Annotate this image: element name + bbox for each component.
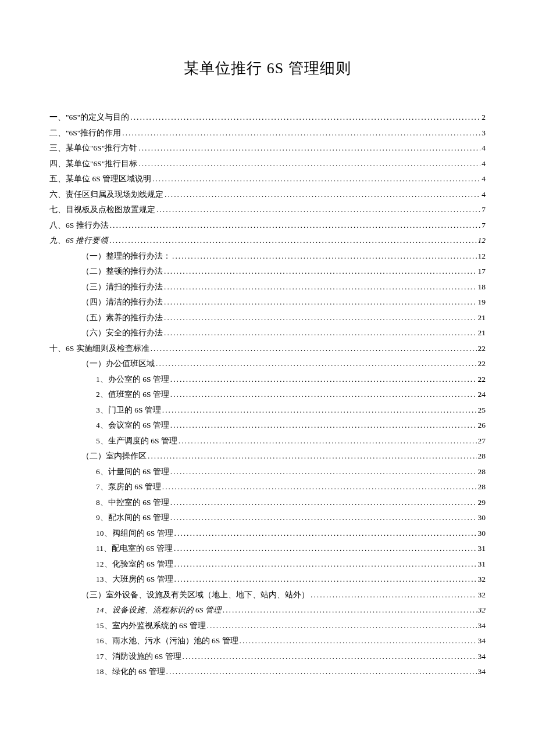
toc-entry-page: 29 [478, 499, 486, 507]
toc-entry-page: 34 [478, 668, 486, 676]
toc-leader-dots [311, 591, 477, 599]
toc-entry-page: 28 [478, 483, 486, 491]
toc-entry-label: 1、办公室的 6S 管理 [96, 375, 169, 384]
toc-entry[interactable]: 4、会议室的 6S 管理26 [49, 421, 486, 429]
toc-entry-page: 32 [478, 591, 486, 599]
toc-entry-page: 22 [478, 375, 486, 384]
toc-entry-label: 6、计量间的 6S 管理 [96, 468, 169, 476]
toc-entry[interactable]: （五）素养的推行办法21 [49, 314, 486, 322]
toc-entry[interactable]: 8、中控室的 6S 管理29 [49, 499, 486, 507]
toc-entry-label: （二）室内操作区 [81, 452, 147, 460]
toc-leader-dots [130, 113, 480, 121]
toc-leader-dots [156, 360, 477, 368]
toc-leader-dots [240, 637, 477, 645]
toc-leader-dots [170, 421, 477, 429]
toc-entry-page: 32 [478, 606, 486, 614]
toc-entry-label: 7、泵房的 6S 管理 [96, 483, 161, 491]
toc-entry[interactable]: （三）室外设备、设施及有关区域（地上、地下、站内、站外）32 [49, 591, 486, 599]
toc-entry-page: 12 [478, 237, 486, 245]
toc-leader-dots [138, 160, 480, 168]
toc-entry-page: 22 [478, 345, 486, 353]
toc-entry[interactable]: 17、消防设施的 6S 管理34 [49, 653, 486, 661]
toc-entry[interactable]: （一）整理的推行办法：12 [49, 252, 486, 260]
toc-entry[interactable]: 16、雨水池、污水（污油）池的 6S 管理34 [49, 637, 486, 645]
toc-entry-label: 二、"6S"推行的作用 [49, 129, 121, 137]
toc-entry[interactable]: 二、"6S"推行的作用3 [49, 129, 486, 137]
toc-leader-dots [164, 283, 477, 291]
toc-entry[interactable]: 11、配电室的 6S 管理31 [49, 544, 486, 553]
toc-entry-label: 5、生产调度的 6S 管理 [96, 437, 177, 445]
toc-entry-label: 一、"6S"的定义与目的 [49, 113, 129, 121]
toc-leader-dots [170, 499, 477, 507]
toc-entry[interactable]: 13、大班房的 6S 管理32 [49, 575, 486, 583]
toc-entry-label: 15、室内外监视系统的 6S 管理 [96, 622, 206, 630]
toc-entry[interactable]: 5、生产调度的 6S 管理27 [49, 437, 486, 445]
toc-leader-dots [172, 252, 477, 260]
toc-entry-label: （一）办公值班区域 [81, 360, 155, 368]
toc-entry-label: 八、6S 推行办法 [49, 221, 109, 230]
toc-leader-dots [174, 529, 477, 538]
toc-entry-label: 9、配水间的 6S 管理 [96, 514, 169, 522]
toc-entry-label: 七、目视板及点检图放置规定 [49, 206, 155, 214]
toc-entry-label: 11、配电室的 6S 管理 [96, 544, 173, 553]
toc-entry-label: 17、消防设施的 6S 管理 [96, 653, 181, 661]
toc-entry-label: 16、雨水池、污水（污油）池的 6S 管理 [96, 637, 238, 645]
toc-entry[interactable]: 10、阀组间的 6S 管理30 [49, 529, 486, 538]
toc-entry-label: （五）素养的推行办法 [81, 314, 163, 322]
toc-entry[interactable]: 12、化验室的 6S 管理31 [49, 560, 486, 568]
toc-leader-dots [164, 298, 477, 306]
toc-entry-page: 4 [482, 144, 486, 152]
toc-entry-label: 14、设备设施、流程标识的 6S 管理 [96, 606, 222, 614]
toc-leader-dots [223, 606, 477, 614]
toc-entry-page: 4 [482, 175, 486, 183]
toc-entry[interactable]: 三、某单位"6S"推行方针4 [49, 144, 486, 152]
toc-entry[interactable]: 一、"6S"的定义与目的2 [49, 113, 486, 121]
toc-leader-dots [183, 653, 477, 661]
toc-entry[interactable]: 七、目视板及点检图放置规定7 [49, 206, 486, 214]
toc-entry-label: 九、6S 推行要领 [49, 237, 108, 245]
toc-entry[interactable]: 九、6S 推行要领12 [49, 237, 486, 245]
toc-entry-page: 26 [478, 421, 486, 429]
toc-entry[interactable]: （六）安全的推行办法21 [49, 329, 486, 337]
toc-entry[interactable]: （二）整顿的推行办法17 [49, 267, 486, 275]
toc-entry-page: 27 [478, 437, 486, 445]
toc-entry-page: 34 [478, 653, 486, 661]
toc-entry[interactable]: （四）清洁的推行办法19 [49, 298, 486, 306]
toc-entry[interactable]: 六、责任区归属及现场划线规定4 [49, 191, 486, 199]
toc-leader-dots [170, 468, 477, 476]
toc-entry[interactable]: 15、室内外监视系统的 6S 管理34 [49, 622, 486, 630]
toc-entry[interactable]: 3、门卫的 6S 管理25 [49, 406, 486, 414]
toc-entry[interactable]: （三）清扫的推行办法18 [49, 283, 486, 291]
toc-leader-dots [179, 437, 477, 445]
toc-entry-page: 24 [478, 390, 486, 399]
toc-entry-label: 2、值班室的 6S 管理 [96, 390, 169, 399]
toc-entry-label: 10、阀组间的 6S 管理 [96, 529, 173, 538]
toc-entry[interactable]: 四、某单位"6S"推行目标4 [49, 160, 486, 168]
toc-entry[interactable]: 2、值班室的 6S 管理24 [49, 390, 486, 399]
toc-entry-label: 4、会议室的 6S 管理 [96, 421, 169, 429]
toc-leader-dots [162, 406, 477, 414]
toc-entry[interactable]: （二）室内操作区28 [49, 452, 486, 460]
toc-entry-label: （三）清扫的推行办法 [81, 283, 163, 291]
toc-entry-label: 三、某单位"6S"推行方针 [49, 144, 137, 152]
toc-entry[interactable]: 1、办公室的 6S 管理22 [49, 375, 486, 384]
toc-entry-page: 32 [478, 575, 486, 583]
toc-entry-page: 28 [478, 452, 486, 460]
toc-entry-label: 十、6S 实施细则及检查标准 [49, 345, 149, 353]
toc-entry-page: 34 [478, 637, 486, 645]
toc-entry-page: 31 [478, 560, 486, 568]
toc-entry[interactable]: 7、泵房的 6S 管理28 [49, 483, 486, 491]
toc-leader-dots [166, 668, 477, 676]
toc-entry[interactable]: 五、某单位 6S 管理区域说明4 [49, 175, 486, 183]
toc-entry[interactable]: 十、6S 实施细则及检查标准22 [49, 345, 486, 353]
toc-entry-label: 六、责任区归属及现场划线规定 [49, 191, 163, 199]
toc-entry[interactable]: 9、配水间的 6S 管理30 [49, 514, 486, 522]
toc-entry-page: 21 [478, 314, 486, 322]
toc-entry[interactable]: 14、设备设施、流程标识的 6S 管理32 [49, 606, 486, 614]
toc-entry[interactable]: （一）办公值班区域22 [49, 360, 486, 368]
toc-entry[interactable]: 八、6S 推行办法7 [49, 221, 486, 230]
toc-entry[interactable]: 18、绿化的 6S 管理34 [49, 668, 486, 676]
toc-leader-dots [148, 452, 477, 460]
toc-entry[interactable]: 6、计量间的 6S 管理28 [49, 468, 486, 476]
toc-entry-label: （一）整理的推行办法： [81, 252, 171, 260]
